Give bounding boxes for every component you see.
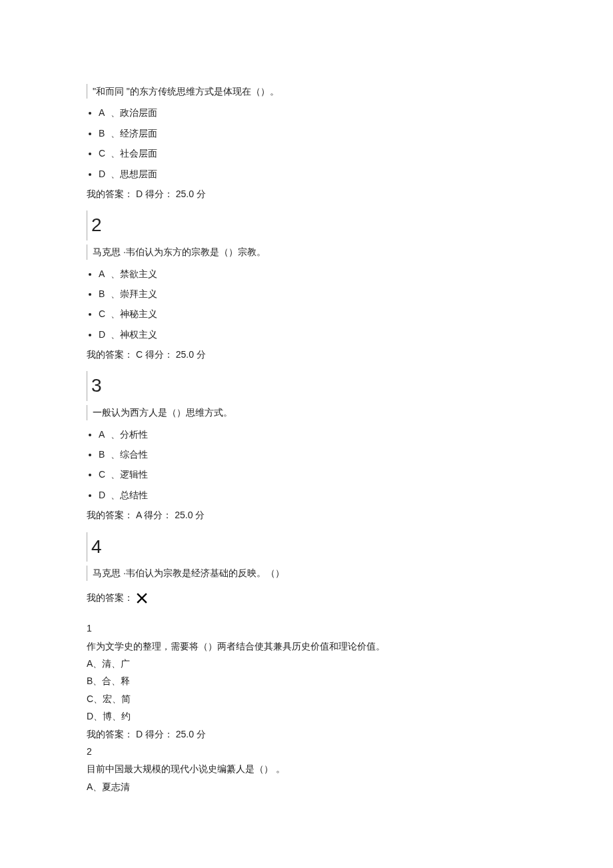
option-letter: A bbox=[87, 658, 93, 669]
question-prompt: 马克思 ·韦伯认为宗教是经济基础的反映。（） bbox=[87, 566, 553, 580]
option-item[interactable]: B、经济层面 bbox=[99, 126, 553, 141]
option-text: 清、广 bbox=[102, 658, 130, 669]
option-text: 社会层面 bbox=[120, 148, 157, 159]
option-letter: A bbox=[87, 781, 93, 792]
option-text: 逻辑性 bbox=[120, 469, 148, 480]
option-item[interactable]: A、清、广 bbox=[87, 656, 553, 671]
option-letter: C bbox=[99, 467, 111, 482]
answer-line: 我的答案： C 得分： 25.0 分 bbox=[87, 347, 553, 362]
option-text: 经济层面 bbox=[120, 128, 157, 139]
option-item[interactable]: C、逻辑性 bbox=[99, 467, 553, 482]
answer-line: 我的答案： A 得分： 25.0 分 bbox=[87, 508, 553, 522]
option-list: A、分析性 B、综合性 C、逻辑性 D、总结性 bbox=[87, 427, 553, 503]
option-letter: D bbox=[99, 167, 111, 181]
option-text: 综合性 bbox=[120, 449, 148, 460]
x-icon bbox=[136, 592, 148, 604]
option-item[interactable]: D、神权主义 bbox=[99, 327, 553, 342]
option-item[interactable]: A、夏志清 bbox=[87, 779, 553, 794]
answer-line: 我的答案： D 得分： 25.0 分 bbox=[87, 727, 553, 741]
option-item[interactable]: C、神秘主义 bbox=[99, 306, 553, 321]
option-text: 神权主义 bbox=[120, 329, 157, 340]
option-item[interactable]: B、综合性 bbox=[99, 447, 553, 462]
option-item[interactable]: A、禁欲主义 bbox=[99, 266, 553, 281]
question-number: 4 bbox=[87, 532, 553, 562]
option-text: 禁欲主义 bbox=[120, 268, 157, 279]
option-text: 思想层面 bbox=[120, 169, 157, 179]
option-item[interactable]: C、社会层面 bbox=[99, 146, 553, 161]
option-letter: A bbox=[99, 427, 111, 442]
option-item[interactable]: D、思想层面 bbox=[99, 167, 553, 181]
option-text: 崇拜主义 bbox=[120, 288, 157, 299]
question-prompt: "和而同 "的东方传统思维方式是体现在（）。 bbox=[87, 84, 553, 99]
option-letter: C bbox=[87, 693, 93, 704]
option-item[interactable]: A、政治层面 bbox=[99, 105, 553, 120]
option-letter: A bbox=[99, 105, 111, 120]
option-letter: B bbox=[99, 286, 111, 301]
question-number: 2 bbox=[87, 211, 553, 240]
option-item[interactable]: A、分析性 bbox=[99, 427, 553, 442]
answer-line: 我的答案： D 得分： 25.0 分 bbox=[87, 187, 553, 201]
option-letter: A bbox=[99, 266, 111, 281]
answer-line: 我的答案： bbox=[87, 590, 553, 605]
option-item[interactable]: D、博、约 bbox=[87, 709, 553, 723]
option-item[interactable]: D、总结性 bbox=[99, 488, 553, 502]
question-prompt: 马克思 ·韦伯认为东方的宗教是（）宗教。 bbox=[87, 244, 553, 259]
option-item[interactable]: B、崇拜主义 bbox=[99, 286, 553, 301]
option-text: 政治层面 bbox=[120, 107, 157, 118]
question-prompt: 目前中国最大规模的现代小说史编纂人是（） 。 bbox=[87, 761, 553, 776]
option-text: 神秘主义 bbox=[120, 308, 157, 319]
option-text: 总结性 bbox=[120, 490, 148, 500]
question-number: 1 bbox=[87, 621, 553, 636]
option-letter: D bbox=[87, 711, 93, 721]
question-prompt: 一般认为西方人是（）思维方式。 bbox=[87, 405, 553, 420]
question-number: 3 bbox=[87, 371, 553, 401]
option-list: A、禁欲主义 B、崇拜主义 C、神秘主义 D、神权主义 bbox=[87, 266, 553, 342]
option-letter: B bbox=[99, 126, 111, 141]
option-item[interactable]: C、宏、简 bbox=[87, 691, 553, 706]
option-letter: B bbox=[99, 447, 111, 462]
question-prompt: 作为文学史的整理，需要将（）两者结合使其兼具历史价值和理论价值。 bbox=[87, 639, 553, 653]
option-text: 宏、简 bbox=[103, 693, 131, 704]
question-number: 2 bbox=[87, 744, 553, 759]
option-text: 夏志清 bbox=[102, 781, 130, 792]
option-text: 博、约 bbox=[103, 711, 131, 721]
option-letter: B bbox=[87, 675, 93, 686]
option-text: 分析性 bbox=[120, 429, 148, 440]
option-letter: C bbox=[99, 306, 111, 321]
answer-prefix: 我的答案： bbox=[87, 592, 133, 603]
option-item[interactable]: B、合、释 bbox=[87, 673, 553, 688]
option-list: A、政治层面 B、经济层面 C、社会层面 D、思想层面 bbox=[87, 105, 553, 181]
option-letter: C bbox=[99, 146, 111, 161]
option-letter: D bbox=[99, 488, 111, 502]
option-text: 合、释 bbox=[102, 675, 130, 686]
option-letter: D bbox=[99, 327, 111, 342]
